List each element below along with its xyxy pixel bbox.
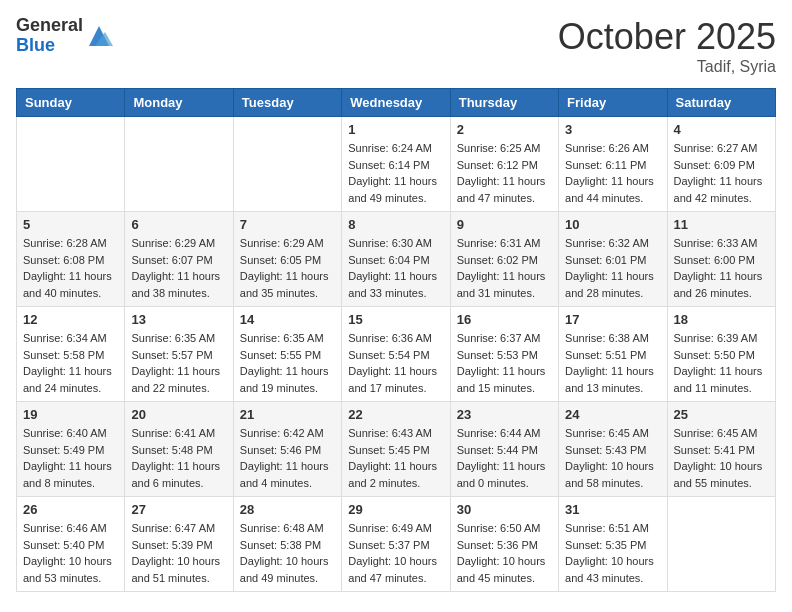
calendar-cell: 22Sunrise: 6:43 AM Sunset: 5:45 PM Dayli… bbox=[342, 402, 450, 497]
logo-blue-text: Blue bbox=[16, 36, 83, 56]
calendar-cell bbox=[233, 117, 341, 212]
day-info: Sunrise: 6:51 AM Sunset: 5:35 PM Dayligh… bbox=[565, 520, 660, 586]
calendar-cell: 1Sunrise: 6:24 AM Sunset: 6:14 PM Daylig… bbox=[342, 117, 450, 212]
day-number: 12 bbox=[23, 312, 118, 327]
day-number: 23 bbox=[457, 407, 552, 422]
day-number: 3 bbox=[565, 122, 660, 137]
day-info: Sunrise: 6:32 AM Sunset: 6:01 PM Dayligh… bbox=[565, 235, 660, 301]
day-number: 18 bbox=[674, 312, 769, 327]
day-number: 30 bbox=[457, 502, 552, 517]
calendar-cell: 26Sunrise: 6:46 AM Sunset: 5:40 PM Dayli… bbox=[17, 497, 125, 592]
calendar-cell: 8Sunrise: 6:30 AM Sunset: 6:04 PM Daylig… bbox=[342, 212, 450, 307]
day-info: Sunrise: 6:45 AM Sunset: 5:41 PM Dayligh… bbox=[674, 425, 769, 491]
day-info: Sunrise: 6:35 AM Sunset: 5:55 PM Dayligh… bbox=[240, 330, 335, 396]
month-title: October 2025 bbox=[558, 16, 776, 58]
day-info: Sunrise: 6:28 AM Sunset: 6:08 PM Dayligh… bbox=[23, 235, 118, 301]
calendar-cell: 4Sunrise: 6:27 AM Sunset: 6:09 PM Daylig… bbox=[667, 117, 775, 212]
weekday-header: Friday bbox=[559, 89, 667, 117]
calendar-cell: 24Sunrise: 6:45 AM Sunset: 5:43 PM Dayli… bbox=[559, 402, 667, 497]
day-info: Sunrise: 6:41 AM Sunset: 5:48 PM Dayligh… bbox=[131, 425, 226, 491]
day-info: Sunrise: 6:49 AM Sunset: 5:37 PM Dayligh… bbox=[348, 520, 443, 586]
logo-icon bbox=[85, 22, 113, 50]
calendar-week-row: 12Sunrise: 6:34 AM Sunset: 5:58 PM Dayli… bbox=[17, 307, 776, 402]
day-info: Sunrise: 6:40 AM Sunset: 5:49 PM Dayligh… bbox=[23, 425, 118, 491]
day-info: Sunrise: 6:45 AM Sunset: 5:43 PM Dayligh… bbox=[565, 425, 660, 491]
page-header: General Blue October 2025 Tadif, Syria bbox=[16, 16, 776, 76]
calendar-cell: 7Sunrise: 6:29 AM Sunset: 6:05 PM Daylig… bbox=[233, 212, 341, 307]
calendar-cell: 15Sunrise: 6:36 AM Sunset: 5:54 PM Dayli… bbox=[342, 307, 450, 402]
day-info: Sunrise: 6:47 AM Sunset: 5:39 PM Dayligh… bbox=[131, 520, 226, 586]
calendar-cell: 16Sunrise: 6:37 AM Sunset: 5:53 PM Dayli… bbox=[450, 307, 558, 402]
calendar-cell: 30Sunrise: 6:50 AM Sunset: 5:36 PM Dayli… bbox=[450, 497, 558, 592]
calendar-table: SundayMondayTuesdayWednesdayThursdayFrid… bbox=[16, 88, 776, 592]
calendar-cell: 6Sunrise: 6:29 AM Sunset: 6:07 PM Daylig… bbox=[125, 212, 233, 307]
calendar-cell: 25Sunrise: 6:45 AM Sunset: 5:41 PM Dayli… bbox=[667, 402, 775, 497]
day-number: 19 bbox=[23, 407, 118, 422]
calendar-cell: 14Sunrise: 6:35 AM Sunset: 5:55 PM Dayli… bbox=[233, 307, 341, 402]
day-info: Sunrise: 6:24 AM Sunset: 6:14 PM Dayligh… bbox=[348, 140, 443, 206]
day-number: 29 bbox=[348, 502, 443, 517]
logo-general-text: General bbox=[16, 16, 83, 36]
calendar-week-row: 26Sunrise: 6:46 AM Sunset: 5:40 PM Dayli… bbox=[17, 497, 776, 592]
calendar-cell: 5Sunrise: 6:28 AM Sunset: 6:08 PM Daylig… bbox=[17, 212, 125, 307]
day-info: Sunrise: 6:26 AM Sunset: 6:11 PM Dayligh… bbox=[565, 140, 660, 206]
calendar-cell: 11Sunrise: 6:33 AM Sunset: 6:00 PM Dayli… bbox=[667, 212, 775, 307]
calendar-cell: 19Sunrise: 6:40 AM Sunset: 5:49 PM Dayli… bbox=[17, 402, 125, 497]
calendar-cell: 28Sunrise: 6:48 AM Sunset: 5:38 PM Dayli… bbox=[233, 497, 341, 592]
weekday-header-row: SundayMondayTuesdayWednesdayThursdayFrid… bbox=[17, 89, 776, 117]
day-number: 6 bbox=[131, 217, 226, 232]
day-info: Sunrise: 6:50 AM Sunset: 5:36 PM Dayligh… bbox=[457, 520, 552, 586]
weekday-header: Monday bbox=[125, 89, 233, 117]
day-info: Sunrise: 6:46 AM Sunset: 5:40 PM Dayligh… bbox=[23, 520, 118, 586]
day-number: 4 bbox=[674, 122, 769, 137]
calendar-cell: 3Sunrise: 6:26 AM Sunset: 6:11 PM Daylig… bbox=[559, 117, 667, 212]
day-number: 10 bbox=[565, 217, 660, 232]
calendar-cell: 18Sunrise: 6:39 AM Sunset: 5:50 PM Dayli… bbox=[667, 307, 775, 402]
day-info: Sunrise: 6:35 AM Sunset: 5:57 PM Dayligh… bbox=[131, 330, 226, 396]
calendar-week-row: 19Sunrise: 6:40 AM Sunset: 5:49 PM Dayli… bbox=[17, 402, 776, 497]
calendar-cell bbox=[125, 117, 233, 212]
day-number: 8 bbox=[348, 217, 443, 232]
day-number: 20 bbox=[131, 407, 226, 422]
calendar-cell: 29Sunrise: 6:49 AM Sunset: 5:37 PM Dayli… bbox=[342, 497, 450, 592]
day-info: Sunrise: 6:34 AM Sunset: 5:58 PM Dayligh… bbox=[23, 330, 118, 396]
day-number: 9 bbox=[457, 217, 552, 232]
day-number: 22 bbox=[348, 407, 443, 422]
day-number: 27 bbox=[131, 502, 226, 517]
day-number: 11 bbox=[674, 217, 769, 232]
day-number: 17 bbox=[565, 312, 660, 327]
weekday-header: Tuesday bbox=[233, 89, 341, 117]
day-info: Sunrise: 6:37 AM Sunset: 5:53 PM Dayligh… bbox=[457, 330, 552, 396]
day-info: Sunrise: 6:31 AM Sunset: 6:02 PM Dayligh… bbox=[457, 235, 552, 301]
calendar-week-row: 1Sunrise: 6:24 AM Sunset: 6:14 PM Daylig… bbox=[17, 117, 776, 212]
day-info: Sunrise: 6:44 AM Sunset: 5:44 PM Dayligh… bbox=[457, 425, 552, 491]
day-number: 15 bbox=[348, 312, 443, 327]
calendar-week-row: 5Sunrise: 6:28 AM Sunset: 6:08 PM Daylig… bbox=[17, 212, 776, 307]
day-number: 24 bbox=[565, 407, 660, 422]
calendar-cell: 12Sunrise: 6:34 AM Sunset: 5:58 PM Dayli… bbox=[17, 307, 125, 402]
day-info: Sunrise: 6:25 AM Sunset: 6:12 PM Dayligh… bbox=[457, 140, 552, 206]
day-number: 25 bbox=[674, 407, 769, 422]
day-number: 26 bbox=[23, 502, 118, 517]
calendar-cell: 13Sunrise: 6:35 AM Sunset: 5:57 PM Dayli… bbox=[125, 307, 233, 402]
day-info: Sunrise: 6:27 AM Sunset: 6:09 PM Dayligh… bbox=[674, 140, 769, 206]
day-number: 16 bbox=[457, 312, 552, 327]
day-number: 14 bbox=[240, 312, 335, 327]
calendar-cell: 17Sunrise: 6:38 AM Sunset: 5:51 PM Dayli… bbox=[559, 307, 667, 402]
day-number: 28 bbox=[240, 502, 335, 517]
weekday-header: Thursday bbox=[450, 89, 558, 117]
day-number: 31 bbox=[565, 502, 660, 517]
location-title: Tadif, Syria bbox=[558, 58, 776, 76]
title-block: October 2025 Tadif, Syria bbox=[558, 16, 776, 76]
day-number: 1 bbox=[348, 122, 443, 137]
day-info: Sunrise: 6:42 AM Sunset: 5:46 PM Dayligh… bbox=[240, 425, 335, 491]
calendar-cell bbox=[667, 497, 775, 592]
day-number: 13 bbox=[131, 312, 226, 327]
logo: General Blue bbox=[16, 16, 113, 56]
day-info: Sunrise: 6:29 AM Sunset: 6:05 PM Dayligh… bbox=[240, 235, 335, 301]
day-info: Sunrise: 6:36 AM Sunset: 5:54 PM Dayligh… bbox=[348, 330, 443, 396]
day-info: Sunrise: 6:33 AM Sunset: 6:00 PM Dayligh… bbox=[674, 235, 769, 301]
day-info: Sunrise: 6:38 AM Sunset: 5:51 PM Dayligh… bbox=[565, 330, 660, 396]
calendar-cell: 20Sunrise: 6:41 AM Sunset: 5:48 PM Dayli… bbox=[125, 402, 233, 497]
calendar-cell: 31Sunrise: 6:51 AM Sunset: 5:35 PM Dayli… bbox=[559, 497, 667, 592]
